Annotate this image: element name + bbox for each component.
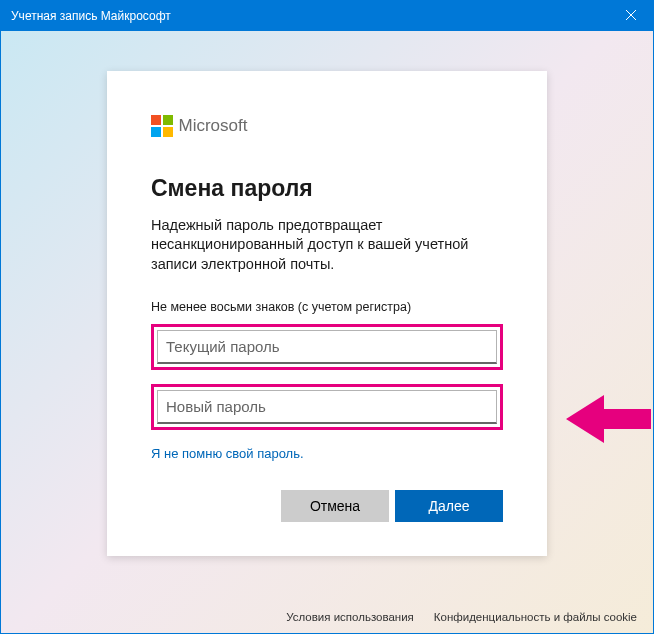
description-text: Надежный пароль предотвращает несанкцион… [151,216,503,275]
microsoft-logo-text: Microsoft [179,116,248,136]
footer-links: Условия использования Конфиденциальность… [286,611,637,623]
current-password-input[interactable] [157,330,497,364]
annotation-arrow-icon [566,391,651,451]
microsoft-logo-icon [151,115,173,137]
dialog-card: Microsoft Смена пароля Надежный пароль п… [107,71,547,556]
window-frame: Учетная запись Майкрософт Microsoft Смен… [0,0,654,634]
password-hint: Не менее восьми знаков (с учетом регистр… [151,300,503,314]
privacy-link[interactable]: Конфиденциальность и файлы cookie [434,611,637,623]
button-row: Отмена Далее [151,490,503,522]
new-password-highlight [151,384,503,430]
page-title: Смена пароля [151,175,503,202]
new-password-input[interactable] [157,390,497,424]
svg-marker-0 [566,395,651,443]
window-title: Учетная запись Майкрософт [11,9,171,23]
current-password-highlight [151,324,503,370]
content-area: Microsoft Смена пароля Надежный пароль п… [1,31,653,633]
close-button[interactable] [608,1,653,31]
close-icon [626,9,636,23]
terms-link[interactable]: Условия использования [286,611,414,623]
forgot-password-link[interactable]: Я не помню свой пароль. [151,446,304,461]
titlebar: Учетная запись Майкрософт [1,1,653,31]
cancel-button[interactable]: Отмена [281,490,389,522]
microsoft-logo: Microsoft [151,115,503,137]
next-button[interactable]: Далее [395,490,503,522]
